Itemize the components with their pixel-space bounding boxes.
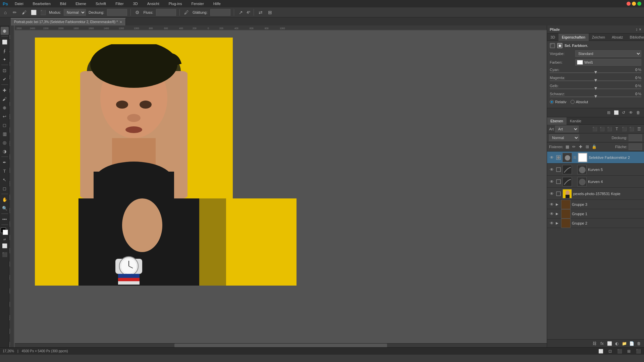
layer-item-2[interactable]: 👁 Kurven 4 [547, 176, 644, 188]
marquee-tool[interactable]: ⬜ [1, 38, 9, 46]
menu-item-3d[interactable]: 3D [130, 1, 141, 6]
screen-mode-tool[interactable]: ⬛ [1, 250, 9, 258]
foreground-color[interactable] [1, 228, 9, 236]
menu-item-bild[interactable]: Bild [57, 1, 69, 6]
layer-vis-1[interactable]: 👁 [549, 167, 554, 172]
gelb-thumb[interactable] [594, 87, 597, 90]
deckung-input-ebenen[interactable]: 100% [629, 134, 642, 141]
history-brush-tool[interactable]: ↩ [1, 112, 9, 120]
dodge-tool[interactable]: ◑ [1, 147, 9, 155]
ebenen-icon3[interactable]: ⬛ [606, 126, 612, 132]
layer-group-item-0[interactable]: 👁 ▶ Gruppe 3 [547, 200, 644, 209]
ebenen-icon2[interactable]: ⬛ [599, 126, 605, 132]
mask-icon[interactable]: ⬛ [40, 9, 46, 16]
menu-item-bearbeiten[interactable]: Bearbeiten [30, 1, 53, 6]
fluss-input[interactable]: 100% [156, 9, 176, 16]
ebenen-settings-icon[interactable]: ☰ [636, 126, 642, 132]
brush-tool-icon[interactable]: 🖌 [21, 9, 28, 16]
layer-group-item-1[interactable]: 👁 ▶ Gruppe 1 [547, 209, 644, 219]
layer-item-0[interactable]: 👁 ⛓ Selektive Farbkorrektur 2 [547, 152, 644, 164]
lock-move[interactable]: ✚ [578, 144, 583, 149]
link-layers-icon[interactable]: ⛓ [592, 341, 598, 347]
layer-vis-group-1[interactable]: 👁 [549, 211, 554, 217]
layer-vis-0[interactable]: 👁 [549, 155, 554, 160]
window-max-btn[interactable] [637, 2, 641, 6]
cyan-slider[interactable] [550, 72, 641, 73]
crop-tool[interactable]: ⊡ [1, 66, 9, 74]
new-layer-icon[interactable]: 📄 [629, 341, 635, 347]
window-close-btn[interactable] [627, 2, 631, 6]
angle-icon[interactable]: ↗ [237, 9, 244, 16]
menu-item-schrift[interactable]: Schrift [93, 1, 109, 6]
ebenen-icon4[interactable]: T [614, 126, 620, 132]
glattung-input[interactable]: 0% [210, 9, 230, 16]
smoothing-settings-icon[interactable]: 🖊 [183, 9, 190, 16]
tab-zeichen[interactable]: Zeichen [589, 34, 608, 41]
window-min-btn[interactable] [632, 2, 636, 6]
lasso-tool[interactable]: ∮ [1, 47, 9, 55]
magenta-thumb[interactable] [594, 79, 597, 82]
prop-mask-icon[interactable]: ⬜ [613, 110, 619, 116]
home-icon[interactable]: ⌂ [2, 9, 9, 16]
lock-checkerboard[interactable]: ▦ [565, 144, 570, 149]
settings-icon[interactable]: ⚙ [134, 9, 141, 16]
prop-refresh-icon[interactable]: ↺ [621, 110, 627, 116]
expand-arrow-1[interactable]: ▶ [556, 212, 560, 216]
brush-icon[interactable]: ✏ [11, 9, 18, 16]
magic-wand-tool[interactable]: ✦ [1, 55, 9, 63]
eraser-tool[interactable]: ◻ [1, 121, 9, 129]
tab-absatz[interactable]: Absatz [608, 34, 627, 41]
flaeche-input[interactable]: 100% [629, 143, 642, 150]
doc-tab-close[interactable]: × [120, 20, 122, 24]
layer-vis-2[interactable]: 👁 [549, 179, 554, 184]
lock-artboard[interactable]: ⊞ [585, 144, 590, 149]
farben-select[interactable]: Weiß [575, 59, 641, 66]
expand-arrow-0[interactable]: ▶ [556, 202, 560, 206]
status-icon-1[interactable]: ⬜ [598, 348, 604, 354]
menu-item-datei[interactable]: Datei [12, 1, 26, 6]
pfade-collapse-icon[interactable]: × [639, 27, 641, 32]
ebenen-icon1[interactable]: ⬛ [592, 126, 598, 132]
symmetry-icon[interactable]: ⇄ [257, 9, 264, 16]
blend-mode-select[interactable]: Normal [549, 134, 579, 141]
ebenen-icon6[interactable]: ⬛ [629, 126, 635, 132]
lock-brush[interactable]: ✏ [571, 144, 577, 149]
zoom-tool[interactable]: 🔍 [1, 204, 9, 212]
tab-kanaele[interactable]: Kanäle [567, 117, 585, 125]
gelb-slider[interactable] [550, 88, 641, 89]
deckung-input[interactable]: 21% [107, 9, 127, 16]
add-mask-icon[interactable]: ⬜ [606, 341, 612, 347]
menu-item-hilfe[interactable]: Hilfe [211, 1, 223, 6]
brush-tool-left[interactable]: 🖌 [1, 95, 9, 103]
layer-vis-3[interactable]: 👁 [549, 191, 554, 196]
schwarz-slider[interactable] [550, 97, 641, 97]
cyan-thumb[interactable] [594, 71, 597, 74]
ebenen-icon5[interactable]: ⬛ [621, 126, 627, 132]
adj-layer-icon[interactable]: ◐ [614, 341, 620, 347]
extra-icon[interactable]: ⊞ [267, 9, 273, 16]
blur-tool[interactable]: ◎ [1, 138, 9, 146]
swap-colors[interactable]: ⇄ [3, 238, 6, 241]
layer-item-1[interactable]: 👁 Kurven 5 [547, 164, 644, 176]
layer-vis-group-2[interactable]: 👁 [549, 221, 554, 226]
new-group-icon[interactable]: 📁 [621, 341, 627, 347]
canvas-area[interactable]: 2600 2400 2200 2000 1800 1600 1400 1200 … [9, 25, 547, 347]
status-icon-4[interactable]: ⊞ [626, 348, 632, 354]
stamp-tool[interactable]: ⊕ [1, 104, 9, 112]
prop-delete-icon[interactable]: 🗑 [635, 110, 641, 116]
menu-item-filter[interactable]: Filter [113, 1, 126, 6]
tab-eigenschaften[interactable]: Eigenschaften [558, 34, 589, 41]
brush-options-icon[interactable]: ⬜ [30, 9, 37, 16]
modus-select[interactable]: Normal [64, 9, 86, 16]
gradient-tool[interactable]: ▥ [1, 130, 9, 138]
absolut-radio[interactable]: Absolut [571, 100, 588, 104]
expand-arrow-2[interactable]: ▶ [556, 221, 560, 225]
menu-item-fenster[interactable]: Fenster [189, 1, 207, 6]
type-tool[interactable]: T [1, 167, 9, 175]
schwarz-thumb[interactable] [594, 95, 597, 98]
path-select-tool[interactable]: ↖ [1, 176, 9, 184]
magenta-slider[interactable] [550, 80, 641, 81]
pfade-expand-icon[interactable]: ↕ [636, 27, 638, 32]
menu-item-ebene[interactable]: Ebene [73, 1, 89, 6]
status-icon-3[interactable]: ⬛ [616, 348, 623, 354]
